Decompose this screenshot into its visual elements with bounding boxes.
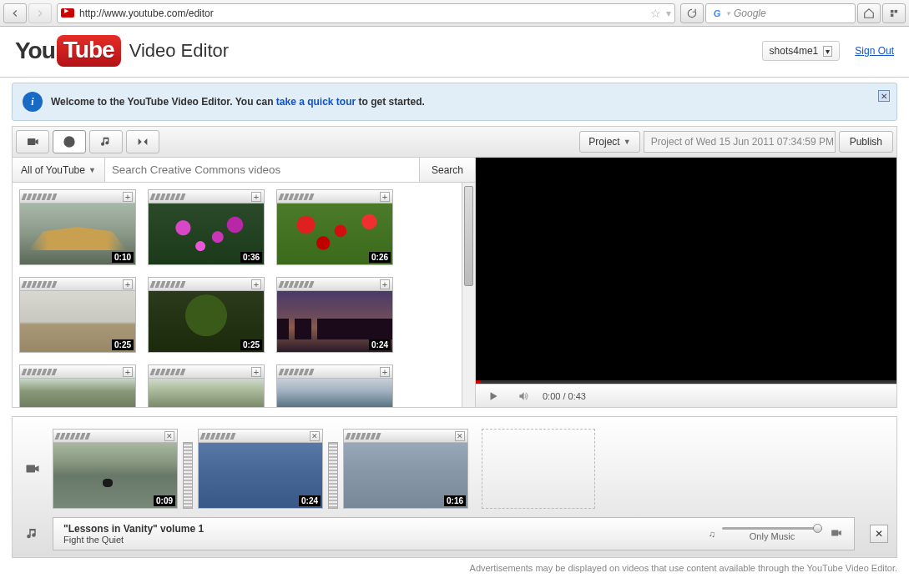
add-clip-button[interactable]: + [380,367,390,377]
remove-music-button[interactable]: ✕ [870,525,888,543]
thumb-handle[interactable]: + [19,277,136,290]
timeline-clip[interactable]: ✕0:09 [53,429,178,509]
duration-badge: 0:24 [369,339,391,350]
scope-dropdown[interactable]: All of YouTube▼ [13,158,105,182]
music-note-icon: ♫ [709,529,715,539]
project-menu[interactable]: Project▼ [579,131,639,153]
library-scrollbar[interactable] [462,183,475,407]
play-button[interactable] [482,388,504,405]
tab-my-videos[interactable] [16,130,49,153]
audio-mix-label: Only Music [750,531,795,541]
url-bar[interactable]: http://www.youtube.com/editor ☆ ▾ [57,3,675,23]
add-clip-button[interactable]: + [251,192,261,202]
volume-button[interactable] [513,388,534,405]
player-time: 0:00 / 0:43 [543,391,586,401]
grip-icon [151,281,184,288]
user-menu[interactable]: shots4me1 ▾ [762,41,841,61]
back-button[interactable] [3,3,27,23]
add-clip-button[interactable]: + [251,279,261,289]
audio-mix-slider[interactable] [722,527,822,530]
infobar-close-button[interactable]: ✕ [878,90,890,102]
browser-search-box[interactable]: G▾ Google [705,3,856,23]
timeline-clips[interactable]: ✕0:09✕0:24✕0:16 [53,429,468,509]
svg-rect-5 [27,465,36,473]
grip-icon [280,281,313,288]
youtube-logo[interactable]: YouTube [15,35,121,67]
timeline-drop-zone[interactable] [482,429,595,509]
transition-slot[interactable] [183,442,193,509]
tab-cc-videos[interactable] [53,130,86,153]
search-button[interactable]: Search [419,158,475,182]
video-track: ✕0:09✕0:24✕0:16 [13,424,896,514]
clip-handle[interactable]: ✕ [53,429,178,442]
publish-button[interactable]: Publish [839,131,893,153]
editor-toolbar: Project▼ Project of Wed 15 Jun 2011 07:3… [12,126,897,158]
remove-clip-button[interactable]: ✕ [455,431,465,441]
library-thumb[interactable]: + [148,364,265,407]
player-progress[interactable] [476,380,896,384]
main-split: All of YouTube▼ Search +0:10+0:36+0:26+0… [12,158,897,408]
thumb-handle[interactable]: + [276,189,393,203]
thumb-image: 0:36 [148,203,265,265]
add-clip-button[interactable]: + [251,367,261,377]
duration-badge: 0:25 [112,339,134,350]
transition-slot[interactable] [328,442,338,509]
add-clip-button[interactable]: + [380,192,390,202]
clip-handle[interactable]: ✕ [198,429,323,442]
timeline-clip[interactable]: ✕0:24 [198,429,323,509]
library-grid: +0:10+0:36+0:26+0:25+0:25+0:24+++ [13,183,462,407]
add-clip-button[interactable]: + [123,367,133,377]
chevron-down-icon: ▾ [823,46,832,57]
project-name-field[interactable]: Project of Wed 15 Jun 2011 07:34:59 PM P [644,131,836,153]
tab-transitions[interactable] [126,130,159,153]
add-clip-button[interactable]: + [380,279,390,289]
thumb-handle[interactable]: + [19,364,136,378]
chevron-down-icon: ▼ [88,166,96,174]
infobar-text-pre: Welcome to the YouTube Video Editor. You… [51,96,276,108]
video-player[interactable] [476,158,896,380]
library-thumb[interactable]: +0:25 [19,277,136,353]
timeline-clip[interactable]: ✕0:16 [343,429,468,509]
add-clip-button[interactable]: + [123,279,133,289]
thumb-handle[interactable]: + [148,277,265,290]
search-input[interactable] [105,158,419,182]
bookmark-star-icon[interactable]: ☆ [650,7,661,20]
quick-tour-link[interactable]: take a quick tour [276,96,356,108]
grip-icon [346,433,380,440]
clip-image: 0:16 [343,442,468,509]
home-button[interactable] [857,3,881,23]
scrollbar-thumb[interactable] [464,186,473,286]
sign-out-link[interactable]: Sign Out [855,45,894,57]
library-thumb[interactable]: +0:26 [276,189,393,265]
library-thumb[interactable]: +0:24 [276,277,393,353]
grip-icon [151,193,184,200]
search-placeholder: Google [734,8,766,19]
thumb-handle[interactable]: + [148,364,265,378]
remove-clip-button[interactable]: ✕ [164,431,174,441]
add-clip-button[interactable]: + [123,192,133,202]
clip-handle[interactable]: ✕ [343,429,468,442]
grip-icon [23,281,56,288]
thumb-handle[interactable]: + [276,277,393,290]
library-thumb[interactable]: +0:10 [19,189,136,265]
music-artist: Fight the Quiet [63,535,709,545]
library-thumb[interactable]: +0:36 [148,189,265,265]
duration-badge: 0:16 [444,495,466,506]
library-thumb[interactable]: +0:25 [148,277,265,353]
thumb-handle[interactable]: + [19,189,136,203]
music-clip[interactable]: "Lessons in Vanity" volume 1 Fight the Q… [53,517,855,550]
reload-button[interactable] [680,3,704,23]
forward-button[interactable] [28,3,52,23]
timeline: ✕0:09✕0:24✕0:16 "Lessons in Vanity" volu… [12,416,897,558]
remove-clip-button[interactable]: ✕ [310,431,320,441]
thumb-image: 0:26 [276,203,393,265]
thumb-handle[interactable]: + [148,189,265,203]
library-thumb[interactable]: + [276,364,393,407]
tab-audio[interactable] [89,130,123,153]
music-title: "Lessons in Vanity" volume 1 [63,523,709,535]
thumb-handle[interactable]: + [276,364,393,378]
library-thumb[interactable]: + [19,364,136,407]
svg-rect-1 [895,9,898,12]
audio-track-icon [21,526,44,541]
extension-button[interactable] [882,3,906,23]
